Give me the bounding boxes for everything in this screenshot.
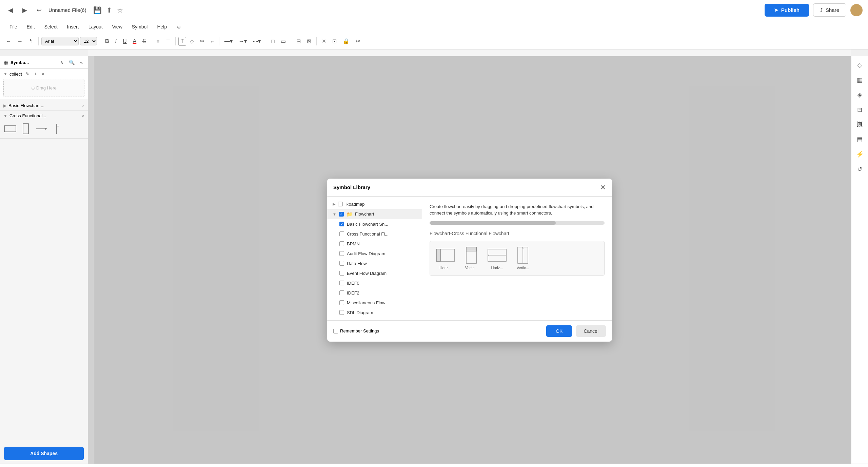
rounded-rect-button[interactable]: ▭	[278, 37, 288, 46]
panel-expand-button[interactable]: ∧	[58, 59, 65, 66]
shape-group-basic-header[interactable]: ▶ Basic Flowchart ... ×	[0, 101, 88, 110]
tree-item-sdl[interactable]: SDL Diagram	[327, 308, 422, 318]
bpmn-cb[interactable]	[339, 241, 344, 246]
share-button[interactable]: ⤴ Share	[813, 3, 846, 17]
line-arrow-button[interactable]: →▾	[236, 37, 249, 46]
event-flow-cb[interactable]	[339, 271, 344, 276]
pen-button[interactable]: ✏	[198, 37, 207, 46]
shape-vert-lane[interactable]: Vertic...	[513, 247, 533, 270]
font-color-button[interactable]: A	[131, 37, 139, 46]
tree-item-audit[interactable]: Audit Flow Diagram	[327, 249, 422, 259]
underline-button[interactable]: U	[120, 37, 129, 46]
menu-help[interactable]: Help	[153, 23, 171, 31]
italic-button[interactable]: I	[113, 37, 119, 46]
idef2-cb[interactable]	[339, 290, 344, 295]
menu-edit[interactable]: Edit	[23, 23, 39, 31]
menu-select[interactable]: Select	[40, 23, 62, 31]
roadmap-checkbox[interactable]	[338, 202, 343, 206]
basic-flowchart-close[interactable]: ×	[82, 103, 84, 108]
cross-functional-close[interactable]: ×	[82, 113, 84, 118]
menu-layout[interactable]: Layout	[84, 23, 107, 31]
rp-shapes-button[interactable]: ◇	[855, 59, 865, 71]
shape-horiz-lane[interactable]: Horiz...	[487, 247, 507, 270]
page-tab-current[interactable]: Page-1	[40, 466, 60, 467]
rp-lightning-button[interactable]: ⚡	[854, 148, 866, 160]
sdl-cb[interactable]	[339, 310, 344, 315]
collect-edit-button[interactable]: ✎	[24, 71, 31, 77]
tree-item-roadmap[interactable]: ▶ Roadmap	[327, 199, 422, 209]
font-selector[interactable]: Arial	[41, 37, 79, 45]
rect-button[interactable]: □	[269, 37, 277, 46]
tree-item-data-flow[interactable]: Data Flow	[327, 259, 422, 268]
menu-extras[interactable]: ☺	[172, 23, 185, 31]
back-button[interactable]: ◀	[5, 5, 16, 15]
fill-button[interactable]: ◇	[188, 37, 196, 46]
cross-functional-cb[interactable]	[339, 231, 344, 236]
publish-button[interactable]: ➤ Publish	[765, 4, 809, 17]
line-dash-button[interactable]: - -▾	[251, 37, 263, 46]
avatar[interactable]	[850, 4, 863, 16]
strikethrough-button[interactable]: S̶	[140, 37, 148, 46]
rp-data-button[interactable]: ▤	[854, 133, 865, 145]
shape-line[interactable]	[35, 123, 48, 135]
undo-title-button[interactable]: ↩	[34, 5, 44, 15]
tree-item-event-flow[interactable]: Event Flow Diagram	[327, 268, 422, 278]
align-center-button[interactable]: ≡	[154, 37, 162, 46]
collect-close-button[interactable]: ×	[40, 71, 46, 77]
flowchart-checkbox[interactable]: ✓	[339, 212, 344, 217]
redo-button[interactable]: →	[15, 37, 25, 46]
sparkle-button[interactable]: ✳	[319, 37, 329, 46]
tree-item-bpmn[interactable]: BPMN	[327, 239, 422, 249]
dialog-close-button[interactable]: ✕	[600, 183, 606, 191]
font-size-selector[interactable]: 12	[80, 37, 97, 45]
misc-cb[interactable]	[339, 300, 344, 305]
shape-vert-pool[interactable]: Vertic...	[461, 247, 481, 270]
shape-cylinder[interactable]	[19, 123, 33, 135]
tree-item-idef0[interactable]: IDEF0	[327, 278, 422, 288]
data-flow-cb[interactable]	[339, 261, 344, 266]
tree-item-basic-flowchart[interactable]: ✓ Basic Flowchart Sh...	[327, 219, 422, 229]
panel-search-button[interactable]: 🔍	[67, 59, 76, 66]
rp-image-button[interactable]: 🖼	[854, 119, 865, 130]
align-options-button[interactable]: ≣	[163, 37, 173, 46]
menu-file[interactable]: File	[5, 23, 21, 31]
connector-button[interactable]: ⌐	[208, 37, 216, 46]
rp-grid-button[interactable]: ▦	[854, 74, 865, 86]
add-shapes-button[interactable]: Add Shapes	[4, 447, 84, 460]
shape-horiz-rect[interactable]	[3, 123, 17, 135]
lock-button[interactable]: 🔒	[340, 37, 352, 46]
rp-pages-button[interactable]: ⊟	[855, 104, 865, 116]
menu-view[interactable]: View	[108, 23, 126, 31]
audit-cb[interactable]	[339, 251, 344, 256]
tree-item-cross-functional[interactable]: Cross Functional Fl...	[327, 229, 422, 239]
ok-button[interactable]: OK	[546, 325, 572, 337]
canvas-area[interactable]: Symbol Library ✕ ▶ Roadmap	[88, 56, 851, 464]
back-arrow-button[interactable]: ↰	[26, 37, 36, 46]
panel-collapse-button[interactable]: «	[78, 59, 84, 66]
crop-button[interactable]: ⊡	[330, 37, 339, 46]
bold-button[interactable]: B	[103, 37, 112, 46]
shape-group-cross-header[interactable]: ▼ Cross Functional... ×	[0, 111, 88, 121]
basic-flowchart-cb[interactable]: ✓	[339, 222, 344, 226]
tree-item-idef2[interactable]: IDEF2	[327, 288, 422, 298]
star-icon[interactable]: ☆	[117, 6, 123, 14]
cancel-button[interactable]: Cancel	[576, 325, 606, 337]
rp-undo-button[interactable]: ↺	[855, 163, 865, 175]
line-style-button[interactable]: —▾	[222, 37, 235, 46]
tools-button[interactable]: ✂	[353, 37, 362, 46]
undo-button[interactable]: ←	[3, 37, 14, 46]
tree-item-misc[interactable]: Miscellaneous Flow...	[327, 298, 422, 308]
tree-item-flowchart[interactable]: ▼ ✓ 📁 Flowchart	[327, 209, 422, 219]
menu-symbol[interactable]: Symbol	[128, 23, 152, 31]
text-tool-button[interactable]: T	[178, 37, 186, 46]
save-icon[interactable]: 💾	[93, 6, 102, 14]
shape-bracket[interactable]	[50, 123, 64, 135]
collect-add-button[interactable]: +	[33, 71, 38, 77]
upload-icon[interactable]: ⬆	[106, 6, 112, 14]
idef0-cb[interactable]	[339, 281, 344, 285]
align-left-button[interactable]: ⊟	[294, 37, 303, 46]
forward-button[interactable]: ▶	[20, 5, 30, 15]
align-right-button[interactable]: ⊠	[304, 37, 314, 46]
menu-insert[interactable]: Insert	[63, 23, 83, 31]
remember-checkbox[interactable]	[333, 329, 338, 333]
